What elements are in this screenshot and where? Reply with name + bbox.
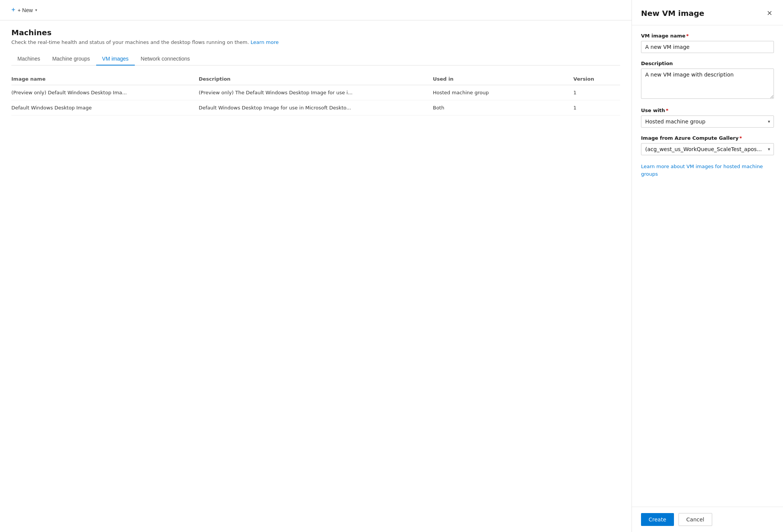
row1-image-name: (Preview only) Default Windows Desktop I… — [11, 90, 199, 95]
vm-images-table: Image name Description Used in Version (… — [11, 73, 620, 115]
image-gallery-select-wrapper: (acg_west_us_WorkQueue_ScaleTest_apos...… — [641, 143, 774, 155]
close-icon: ✕ — [767, 9, 772, 17]
cancel-button[interactable]: Cancel — [678, 513, 712, 526]
col-header-image-name: Image name — [11, 76, 199, 82]
row1-description: (Preview only) The Default Windows Deskt… — [199, 90, 433, 95]
new-button-label: + New — [18, 7, 33, 13]
table-header: Image name Description Used in Version — [11, 73, 620, 85]
panel-body: VM image name* Description A new VM imag… — [632, 25, 783, 507]
panel-footer: Create Cancel — [632, 507, 783, 532]
image-gallery-group: Image from Azure Compute Gallery* (acg_w… — [641, 135, 774, 155]
image-gallery-select[interactable]: (acg_west_us_WorkQueue_ScaleTest_apos... — [641, 143, 774, 155]
description-label: Description — [641, 61, 774, 66]
vm-image-name-label: VM image name* — [641, 33, 774, 39]
use-with-select[interactable]: Hosted machine group Both — [641, 115, 774, 128]
row2-description: Default Windows Desktop Image for use in… — [199, 105, 433, 111]
tab-vm-images[interactable]: VM images — [96, 53, 135, 66]
page-subtitle: Check the real-time health and status of… — [11, 39, 620, 45]
description-textarea[interactable]: A new VM image with description — [641, 69, 774, 99]
use-with-select-wrapper: Hosted machine group Both ▾ — [641, 115, 774, 128]
row2-image-name: Default Windows Desktop Image — [11, 105, 199, 111]
learn-more-vm-images-link[interactable]: Learn more about VM images for hosted ma… — [641, 163, 774, 178]
use-with-label: Use with* — [641, 108, 774, 113]
panel-header: New VM image ✕ — [632, 0, 783, 25]
tab-network-connections[interactable]: Network connections — [135, 53, 196, 66]
image-gallery-label: Image from Azure Compute Gallery* — [641, 135, 774, 141]
vm-image-name-input[interactable] — [641, 41, 774, 53]
close-panel-button[interactable]: ✕ — [765, 8, 774, 19]
row1-version: 1 — [573, 90, 620, 95]
vm-image-name-group: VM image name* — [641, 33, 774, 53]
table-row[interactable]: (Preview only) Default Windows Desktop I… — [11, 85, 620, 100]
learn-more-link[interactable]: Learn more — [251, 39, 279, 45]
row2-version: 1 — [573, 105, 620, 111]
required-star: * — [686, 33, 689, 39]
create-button[interactable]: Create — [641, 513, 674, 526]
tab-machines[interactable]: Machines — [11, 53, 46, 66]
new-button[interactable]: + + New ▾ — [8, 4, 41, 16]
col-header-version: Version — [573, 76, 620, 82]
row2-used-in: Both — [433, 105, 573, 111]
plus-icon: + — [11, 6, 16, 14]
table-row[interactable]: Default Windows Desktop Image Default Wi… — [11, 100, 620, 115]
row1-used-in: Hosted machine group — [433, 90, 573, 95]
use-with-group: Use with* Hosted machine group Both ▾ — [641, 108, 774, 128]
new-vm-image-panel: New VM image ✕ VM image name* Descriptio… — [632, 0, 783, 532]
required-star-3: * — [739, 135, 742, 141]
chevron-down-icon: ▾ — [35, 8, 37, 12]
tab-machine-groups[interactable]: Machine groups — [46, 53, 96, 66]
required-star-2: * — [666, 108, 669, 113]
col-header-description: Description — [199, 76, 433, 82]
page-title: Machines — [11, 28, 620, 37]
col-header-used-in: Used in — [433, 76, 573, 82]
description-group: Description A new VM image with descript… — [641, 61, 774, 100]
panel-title: New VM image — [641, 9, 704, 18]
tab-bar: Machines Machine groups VM images Networ… — [11, 53, 620, 66]
